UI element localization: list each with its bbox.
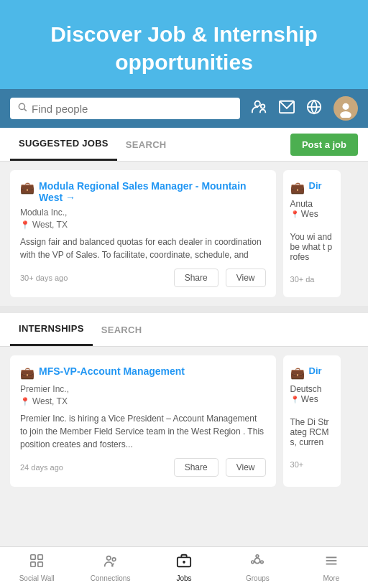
nav-icons (252, 96, 358, 121)
internship-time: 24 days ago (20, 463, 167, 472)
search-icon (17, 102, 27, 115)
nav-more[interactable]: More (295, 547, 368, 588)
svg-point-15 (112, 558, 116, 561)
svg-point-20 (257, 555, 259, 558)
job-description: Assign fair and balanced quotas for each… (20, 235, 266, 261)
nav-connections[interactable]: Connections (73, 547, 147, 588)
people-icon[interactable] (252, 99, 267, 118)
connections-icon (103, 553, 119, 572)
tab-search-internships[interactable]: SEARCH (93, 314, 151, 345)
svg-point-21 (261, 561, 264, 564)
internship-company: Premier Inc., (20, 384, 266, 394)
main-content: SUGGESTED JOBS SEARCH Post a job 💼 Modul… (0, 128, 368, 573)
section-divider (0, 306, 368, 313)
partial-intern-company: Deutsch (290, 384, 334, 394)
jobs-section: 💼 Modula Regional Sales Manager - Mounta… (0, 162, 368, 306)
job-card-partial: 💼 Dir Anuta 📍 Wes You wi and be what t p… (283, 170, 341, 297)
job-footer: 30+ days ago Share View (20, 269, 266, 287)
svg-point-3 (261, 104, 265, 108)
job-cards-row: 💼 Modula Regional Sales Manager - Mounta… (0, 170, 368, 297)
svg-rect-10 (31, 555, 35, 559)
partial-intern-location: 📍 Wes (290, 394, 334, 404)
internship-view-button[interactable]: View (226, 458, 266, 477)
tab-suggested-jobs[interactable]: SUGGESTED JOBS (10, 128, 117, 161)
hero-title: Discover Job & Internship opportunities (22, 20, 346, 76)
location-pin-icon-intern: 📍 (20, 397, 30, 406)
avatar[interactable] (334, 96, 358, 121)
bottom-nav: Social Wall Connections Jobs (0, 546, 368, 588)
jobs-label: Jobs (176, 574, 191, 582)
svg-point-0 (19, 103, 24, 109)
internship-card-partial: 💼 Dir Deutsch 📍 Wes The Di Strateg RCMs,… (283, 355, 341, 487)
jobs-icon (176, 553, 192, 572)
svg-rect-11 (38, 555, 42, 559)
svg-point-2 (255, 101, 260, 106)
view-button[interactable]: View (226, 269, 266, 287)
internship-cards-row: 💼 MFS-VP-Account Management Premier Inc.… (0, 355, 368, 487)
briefcase-icon-partial-intern: 💼 (290, 366, 305, 380)
internship-share-button[interactable]: Share (174, 458, 218, 477)
svg-line-1 (24, 109, 27, 111)
search-input[interactable] (32, 103, 233, 115)
partial-location: 📍 Wes (290, 209, 334, 219)
job-title: 💼 Modula Regional Sales Manager - Mounta… (20, 180, 266, 203)
partial-intern-desc: The Di Strateg RCMs, curren (290, 417, 334, 447)
internship-tabs: INTERNSHIPS SEARCH (0, 313, 368, 347)
post-job-button[interactable]: Post a job (290, 134, 358, 156)
social-wall-icon (29, 553, 45, 572)
svg-point-22 (252, 561, 254, 564)
svg-rect-12 (31, 562, 35, 566)
internship-location: 📍 West, TX (20, 396, 266, 406)
tab-search-jobs[interactable]: SEARCH (117, 129, 175, 160)
groups-icon (249, 553, 265, 572)
social-wall-label: Social Wall (19, 574, 55, 582)
hero-section: Discover Job & Internship opportunities (0, 0, 368, 89)
nav-groups[interactable]: Groups (221, 547, 294, 588)
connections-label: Connections (91, 574, 131, 582)
more-icon (323, 553, 339, 572)
globe-icon[interactable] (306, 99, 322, 118)
job-company: Modula Inc., (20, 207, 266, 218)
internships-section: 💼 MFS-VP-Account Management Premier Inc.… (0, 347, 368, 495)
partial-desc: You wi and be what t profes (290, 232, 334, 262)
job-time: 30+ days ago (20, 274, 167, 282)
partial-intern-time: 30+ (290, 460, 334, 469)
job-location: 📍 West, TX (20, 220, 266, 230)
jobs-tabs: SUGGESTED JOBS SEARCH Post a job (0, 128, 368, 162)
partial-time: 30+ da (290, 275, 334, 284)
nav-jobs[interactable]: Jobs (147, 547, 221, 588)
share-button[interactable]: Share (174, 269, 218, 287)
more-label: More (323, 574, 339, 582)
svg-point-14 (106, 556, 111, 561)
job-card: 💼 Modula Regional Sales Manager - Mounta… (10, 170, 276, 297)
svg-point-8 (342, 103, 349, 110)
briefcase-icon-intern: 💼 (20, 366, 34, 380)
location-pin-icon: 📍 (20, 220, 30, 230)
internship-title: 💼 MFS-VP-Account Management (20, 365, 266, 380)
partial-job-title: 💼 Dir (290, 180, 334, 195)
tab-internships[interactable]: INTERNSHIPS (10, 313, 93, 346)
groups-label: Groups (246, 574, 270, 582)
internship-footer: 24 days ago Share View (20, 458, 266, 477)
nav-social-wall[interactable]: Social Wall (0, 547, 73, 588)
search-input-wrapper[interactable] (10, 98, 240, 119)
internship-card: 💼 MFS-VP-Account Management Premier Inc.… (10, 355, 276, 487)
briefcase-icon-partial: 💼 (290, 181, 305, 195)
search-bar (0, 89, 368, 128)
partial-intern-title: 💼 Dir (290, 365, 334, 380)
mail-icon[interactable] (279, 100, 295, 118)
svg-rect-13 (38, 562, 42, 566)
briefcase-icon: 💼 (20, 181, 34, 195)
internship-description: Premier Inc. is hiring a Vice President … (20, 412, 266, 451)
svg-point-19 (255, 558, 260, 563)
partial-company: Anuta (290, 199, 334, 209)
